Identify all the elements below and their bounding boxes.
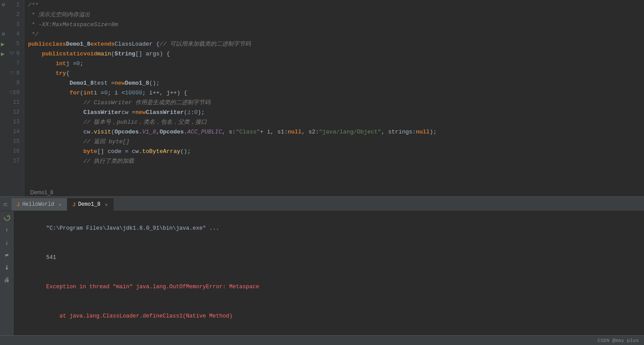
scroll-end-icon: ⤓: [4, 264, 9, 271]
gutter-line-3: 3: [0, 20, 22, 29]
code-token: Demo1_8: [66, 41, 91, 47]
editor-area: ⊖ 1 2 3 ⊖ 4 ▶ 5 ▶ 🛡 6 7 🛡 8 9: [0, 0, 644, 197]
collapse-icon-1[interactable]: ⊖: [2, 1, 5, 8]
scroll-down-button[interactable]: ↓: [2, 238, 12, 247]
up-arrow-icon: ↑: [5, 227, 9, 234]
code-token: class: [49, 41, 66, 47]
code-token: visit: [94, 129, 111, 135]
tab-helloworld-label: HelloWorld: [22, 201, 54, 208]
code-token: ; i <: [107, 90, 125, 96]
code-token: byte: [28, 148, 97, 155]
tab-demo1-8-close[interactable]: ✕: [105, 202, 108, 208]
console-body: ↑ ↓ ⇌ ⤓ 🖨 "C:\Program Files\Java\jdk1.8.…: [0, 211, 644, 335]
code-token: 0: [194, 109, 198, 116]
code-token: try: [28, 70, 66, 77]
code-token: ; i++, j++) {: [142, 90, 187, 96]
code-token: static: [63, 51, 83, 57]
code-token: new: [115, 80, 125, 86]
code-token: :: [191, 109, 194, 116]
code-line-11: // ClassWriter 作用是生成类的二进制字节码: [24, 98, 644, 107]
code-token: (: [184, 109, 187, 116]
code-token: /**: [28, 2, 38, 8]
code-token: 0: [76, 60, 80, 67]
code-line-7: int j = 0;: [24, 59, 644, 68]
code-token: {: [66, 70, 70, 77]
code-token: [] code = cw.: [97, 148, 142, 155]
code-token: .: [139, 129, 142, 135]
run-arrow-6[interactable]: ▶: [1, 50, 4, 58]
code-line-17: // 执行了类的加载: [24, 156, 644, 166]
console-sidebar: ↑ ↓ ⇌ ⤓ 🖨: [0, 211, 14, 335]
code-token: // 可以用来加载类的二进制字节码: [159, 40, 250, 48]
code-token: (: [111, 129, 115, 135]
code-token: ACC_PUBLIC: [187, 129, 222, 135]
code-token: [28, 90, 70, 96]
code-lines: /** * 演示元空间内存溢出 * -XX:MaxMetaspaceSize=8…: [24, 0, 644, 196]
code-token: public: [28, 51, 63, 57]
code-line-13: // 版本号，public，类名，包名，父类，接口: [24, 117, 644, 127]
console-error-1: at java.lang.ClassLoader.defineClass1(Na…: [20, 302, 639, 331]
down-arrow-icon: ↓: [5, 239, 9, 246]
code-token: * -XX:MaxMetaspaceSize=8m: [28, 21, 118, 28]
code-token: 10000: [125, 90, 142, 96]
code-token: (: [80, 90, 83, 96]
code-token: null: [416, 129, 430, 135]
console-error-main: Exception in thread "main" java.lang.Out…: [20, 272, 639, 302]
print-button[interactable]: 🖨: [2, 275, 12, 285]
code-token: Opcodes: [160, 129, 184, 135]
console-output-541: 541: [20, 243, 639, 272]
code-token: */: [28, 31, 38, 38]
code-token: // ClassWriter 作用是生成类的二进制字节码: [28, 98, 210, 106]
code-token: i =: [94, 90, 104, 96]
java-file-icon: J: [17, 202, 20, 207]
tab-demo1-8[interactable]: J Demo1_8 ✕: [67, 198, 114, 211]
code-token: , s:: [222, 129, 236, 135]
code-line-5: public class Demo1_8 extends ClassLoader…: [24, 39, 644, 49]
code-token: ClassLoader {: [115, 41, 159, 47]
tab-demo1-8-label: Demo1_8: [78, 201, 100, 208]
code-token: for: [70, 90, 80, 96]
code-token: ();: [149, 80, 159, 86]
breadcrumb-text: Demo1_8: [30, 189, 53, 196]
gutter-line-15: 15: [0, 137, 22, 146]
rerun-button[interactable]: [2, 213, 12, 223]
collapse-icon-4[interactable]: ⊖: [2, 31, 5, 38]
code-token: extends: [90, 41, 115, 47]
scroll-up-button[interactable]: ↑: [2, 225, 12, 235]
code-token: , s2:: [301, 129, 319, 135]
code-token: ;: [80, 60, 83, 67]
code-token: // 版本号，public，类名，包名，父类，接口: [28, 118, 207, 126]
console-content[interactable]: "C:\Program Files\Java\jdk1.8.0_91\bin\j…: [14, 211, 644, 335]
console-area: ↑ ↓ ⇌ ⤓ 🖨 "C:\Program Files\Java\jdk1.8.…: [0, 211, 644, 335]
console-cmd-line: "C:\Program Files\Java\jdk1.8.0_91\bin\j…: [20, 214, 639, 243]
code-token: public: [28, 41, 49, 47]
code-token: // 返回 byte[]: [28, 137, 130, 145]
line-numbers-gutter: ⊖ 1 2 3 ⊖ 4 ▶ 5 ▶ 🛡 6 7 🛡 8 9: [0, 0, 24, 196]
run-arrow-5[interactable]: ▶: [1, 40, 4, 48]
soft-wrap-button[interactable]: ⇌: [2, 250, 12, 260]
tab-helloworld-close[interactable]: ✕: [59, 202, 62, 208]
code-line-9: Demo1_8 test = new Demo1_8();: [24, 78, 644, 88]
code-token: + i, s1:: [260, 129, 288, 135]
code-token: Demo1_8: [125, 80, 149, 86]
shield-icon-10: 🛡: [10, 90, 14, 95]
run-label: n:: [0, 198, 12, 211]
code-line-16: byte[] code = cw.toByteArray();: [24, 146, 644, 156]
breadcrumb: Demo1_8: [27, 188, 57, 196]
tab-helloworld[interactable]: J HelloWorld ✕: [12, 198, 67, 211]
code-token: Demo1_8: [70, 80, 94, 86]
gutter-line-17: 17: [0, 156, 22, 166]
code-token: , strings:: [381, 129, 416, 135]
shield-icon-8: 🛡: [10, 71, 14, 76]
code-token: "Class": [236, 129, 260, 135]
console-tab-bar: n: J HelloWorld ✕ J Demo1_8 ✕: [0, 197, 644, 211]
code-token: [] args) {: [135, 51, 170, 57]
gutter-line-2: 2: [0, 10, 22, 20]
gutter-line-16: 16: [0, 146, 22, 156]
code-line-2: * 演示元空间内存溢出: [24, 10, 644, 20]
console-error-2: at java.lang.ClassLoader.defineClass(Cla…: [20, 331, 639, 335]
code-line-10: for (int i = 0; i < 10000; i++, j++) {: [24, 88, 644, 98]
scroll-end-button[interactable]: ⤓: [2, 263, 12, 272]
gutter-line-11: 11: [0, 98, 22, 107]
code-line-15: // 返回 byte[]: [24, 137, 644, 146]
